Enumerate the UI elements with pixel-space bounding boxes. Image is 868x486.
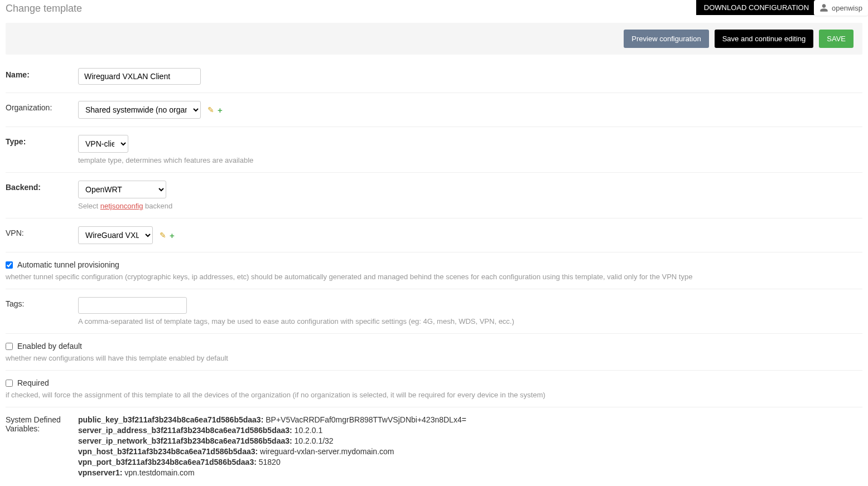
edit-vpn-icon[interactable]: ✎ (160, 231, 166, 240)
sysvar-value: 10.2.0.1 (295, 426, 323, 435)
field-enabled-default-row: Enabled by default whether new configura… (6, 334, 862, 371)
required-help: if checked, will force the assignment of… (6, 391, 862, 399)
auto-provisioning-help: whether tunnel specific configuration (c… (6, 273, 862, 281)
field-organization-row: Organization: Shared systemwide (no orga… (6, 93, 862, 127)
vpn-label: VPN: (6, 226, 78, 237)
field-vpn-row: VPN: WireGuard VXLAN ✎ + (6, 218, 862, 252)
add-organization-icon[interactable]: + (218, 105, 223, 115)
sysvar-key: server_ip_address_b3f211af3b234b8ca6ea71… (78, 426, 295, 435)
vpn-select[interactable]: WireGuard VXLAN (78, 226, 153, 244)
tags-input[interactable] (78, 297, 187, 314)
backend-help: Select netjsonconfig backend (78, 202, 862, 210)
sysvar-value: 10.2.0.1/32 (295, 436, 334, 445)
netjsonconfig-link[interactable]: netjsonconfig (100, 202, 143, 210)
add-vpn-icon[interactable]: + (170, 231, 175, 240)
required-checkbox[interactable] (6, 380, 13, 387)
type-label: Type: (6, 135, 78, 146)
field-tags-row: Tags: A comma-separated list of template… (6, 289, 862, 334)
sysvar-line: vpn_port_b3f211af3b234b8ca6ea71d586b5daa… (78, 458, 862, 466)
sysvar-line: vpnserver1: vpn.testdomain.com (78, 468, 862, 477)
sysvar-value: vpn.testdomain.com (124, 468, 194, 477)
field-required-row: Required if checked, will force the assi… (6, 371, 862, 407)
tags-label: Tags: (6, 297, 78, 308)
name-label: Name: (6, 68, 78, 79)
edit-organization-icon[interactable]: ✎ (208, 105, 214, 114)
sysvar-key: vpn_host_b3f211af3b234b8ca6ea71d586b5daa… (78, 447, 260, 456)
backend-select[interactable]: OpenWRT (78, 181, 166, 198)
organization-select[interactable]: Shared systemwide (no organization) (78, 101, 201, 119)
field-name-row: Name: (6, 60, 862, 93)
tags-help: A comma-separated list of template tags,… (78, 317, 862, 325)
sysvar-line: server_ip_address_b3f211af3b234b8ca6ea71… (78, 426, 862, 435)
enabled-default-checkbox[interactable] (6, 343, 13, 350)
backend-label: Backend: (6, 181, 78, 192)
username-label: openwisp (832, 4, 862, 12)
sysvar-key: public_key_b3f211af3b234b8ca6ea71d586b5d… (78, 415, 266, 424)
save-button[interactable]: SAVE (819, 30, 853, 48)
organization-label: Organization: (6, 101, 78, 112)
user-menu[interactable]: openwisp (814, 0, 868, 16)
download-configuration-button[interactable]: DOWNLOAD CONFIGURATION (696, 0, 817, 15)
field-auto-provisioning-row: Automatic tunnel provisioning whether tu… (6, 252, 862, 289)
type-select[interactable]: VPN-client (78, 135, 128, 153)
action-bar: Preview configuration Save and continue … (6, 23, 862, 55)
enabled-default-help: whether new configurations will have thi… (6, 354, 862, 362)
sysvar-line: server_ip_network_b3f211af3b234b8ca6ea71… (78, 436, 862, 445)
name-input[interactable] (78, 68, 201, 85)
required-label: Required (17, 378, 49, 387)
user-icon (819, 3, 828, 12)
sysvars-content: public_key_b3f211af3b234b8ca6ea71d586b5d… (78, 415, 862, 479)
sysvar-value: wireguard-vxlan-server.mydomain.com (260, 447, 394, 456)
sysvar-key: vpnserver1: (78, 468, 124, 477)
auto-provisioning-label: Automatic tunnel provisioning (17, 260, 119, 269)
type-help: template type, determines which features… (78, 156, 862, 164)
sysvar-key: vpn_port_b3f211af3b234b8ca6ea71d586b5daa… (78, 458, 259, 466)
preview-configuration-button[interactable]: Preview configuration (624, 30, 708, 48)
sysvar-line: vpn_host_b3f211af3b234b8ca6ea71d586b5daa… (78, 447, 862, 456)
sysvar-value: BP+V5VacRRDFaf0mgrBR898TTwVSjDNbi+423n8D… (266, 415, 466, 424)
sysvar-value: 51820 (259, 458, 281, 466)
field-backend-row: Backend: OpenWRT Select netjsonconfig ba… (6, 173, 862, 218)
sysvar-key: server_ip_network_b3f211af3b234b8ca6ea71… (78, 436, 295, 445)
field-sysvars-row: System Defined Variables: public_key_b3f… (6, 407, 862, 486)
save-continue-button[interactable]: Save and continue editing (715, 30, 814, 48)
sysvars-label: System Defined Variables: (6, 415, 78, 479)
enabled-default-label: Enabled by default (17, 342, 82, 351)
auto-provisioning-checkbox[interactable] (6, 261, 13, 269)
sysvar-line: public_key_b3f211af3b234b8ca6ea71d586b5d… (78, 415, 862, 424)
field-type-row: Type: VPN-client template type, determin… (6, 127, 862, 173)
